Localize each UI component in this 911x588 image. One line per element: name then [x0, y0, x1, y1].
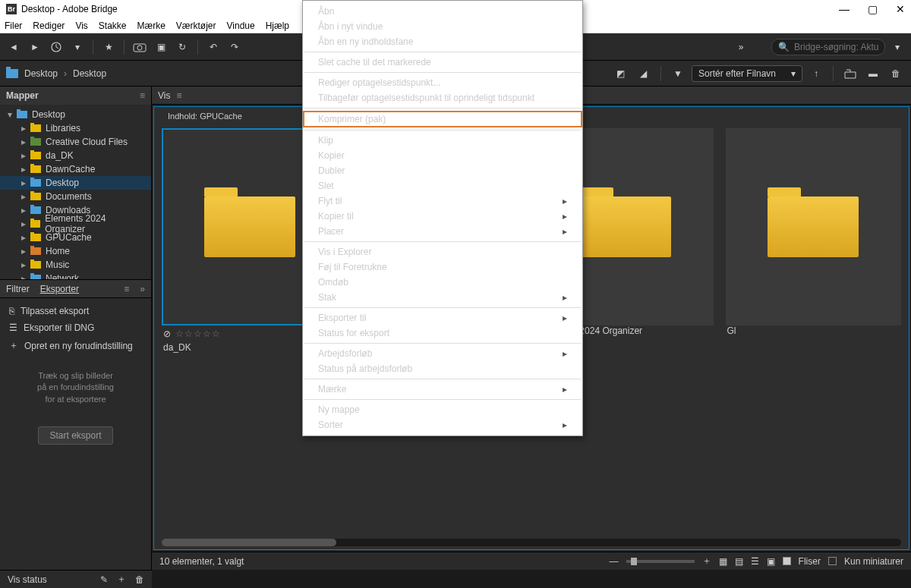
context-menu-item[interactable]: Dubler: [303, 163, 582, 178]
close-button[interactable]: ✕: [896, 3, 905, 15]
tree-item[interactable]: ▸DawnCache: [0, 162, 151, 176]
horizontal-scrollbar[interactable]: [162, 539, 901, 546]
batch-button[interactable]: ▣: [152, 38, 170, 56]
add-icon[interactable]: ＋: [117, 573, 126, 586]
context-menu-item[interactable]: Mærke▸: [303, 382, 582, 397]
context-menu-item[interactable]: Slet: [303, 178, 582, 193]
expand-arrow-icon[interactable]: ▾: [6, 109, 14, 120]
zoom-in-button[interactable]: ＋: [702, 555, 711, 568]
start-export-button[interactable]: Start eksport: [38, 426, 112, 445]
expand-arrow-icon[interactable]: ▸: [20, 219, 27, 229]
rotate-ccw-button[interactable]: ↶: [204, 38, 222, 56]
expand-arrow-icon[interactable]: ▸: [20, 273, 27, 279]
context-menu-item[interactable]: Åbn en ny indholdsfane: [303, 34, 582, 49]
favorites-button[interactable]: ★: [99, 38, 118, 56]
tree-item[interactable]: ▸Desktop: [0, 176, 151, 190]
tree-item[interactable]: ▸Home: [0, 244, 151, 258]
forward-button[interactable]: ►: [26, 38, 44, 56]
context-menu-item[interactable]: Status på arbejdsforløb: [303, 361, 582, 376]
expand-arrow-icon[interactable]: ▸: [20, 259, 27, 270]
menu-vis[interactable]: Vis: [75, 20, 87, 31]
panel-menu-icon[interactable]: ≡: [176, 90, 181, 101]
search-input[interactable]: [794, 42, 878, 52]
thumbnail-item[interactable]: Gl: [726, 128, 902, 519]
rating-stars[interactable]: ☆☆☆☆☆: [175, 329, 221, 339]
context-menu-item[interactable]: Vis i Explorer: [303, 244, 582, 259]
search-box[interactable]: 🔍: [771, 39, 885, 55]
context-menu-item[interactable]: Omdøb: [303, 275, 582, 290]
reveal-button[interactable]: ▾: [68, 38, 87, 56]
tree-item[interactable]: ▾Desktop: [0, 108, 151, 121]
menu-rediger[interactable]: Rediger: [33, 20, 65, 31]
minimize-button[interactable]: —: [839, 3, 850, 15]
expand-arrow-icon[interactable]: ▸: [20, 232, 27, 243]
expand-arrow-icon[interactable]: ▸: [20, 123, 27, 134]
context-menu-item[interactable]: Føj til Foretrukne: [303, 259, 582, 275]
tree-item[interactable]: ▸Libraries: [0, 121, 151, 135]
trash-icon[interactable]: 🗑: [887, 64, 905, 83]
context-menu-item[interactable]: Flyt til▸: [303, 193, 582, 209]
more-icon[interactable]: »: [140, 284, 145, 294]
context-menu-item[interactable]: Rediger optagelsestidspunkt...: [303, 75, 582, 90]
expand-arrow-icon[interactable]: ▸: [20, 191, 27, 202]
menu-værktøjer[interactable]: Værktøjer: [176, 20, 216, 31]
grid-view-icon[interactable]: ▦: [719, 556, 727, 567]
context-menu-item[interactable]: Status for eksport: [303, 325, 582, 341]
back-button[interactable]: ◄: [5, 38, 23, 56]
thumb-view-icon[interactable]: ▤: [735, 556, 743, 567]
view-mode-icon[interactable]: ◩: [612, 64, 630, 83]
panel-menu-icon[interactable]: ≡: [124, 284, 129, 294]
expand-arrow-icon[interactable]: ▸: [20, 246, 27, 256]
menu-stakke[interactable]: Stakke: [99, 20, 127, 31]
context-menu-item[interactable]: Slet cache til det markerede: [303, 55, 582, 70]
zoom-slider[interactable]: [626, 560, 695, 563]
context-menu-item[interactable]: Komprimer (pak): [303, 111, 582, 127]
menu-filer[interactable]: Filer: [5, 20, 22, 31]
context-menu-item[interactable]: Stak▸: [303, 290, 582, 305]
tree-item[interactable]: ▸Creative Cloud Files: [0, 135, 151, 149]
more-button[interactable]: »: [732, 38, 750, 56]
new-folder-icon[interactable]: ▬: [864, 64, 882, 83]
zoom-out-button[interactable]: —: [610, 556, 619, 567]
expand-arrow-icon[interactable]: ▸: [20, 205, 27, 215]
menu-hjælp[interactable]: Hjælp: [266, 20, 289, 31]
thumbs-only-checkbox[interactable]: [828, 557, 837, 565]
tree-item[interactable]: ▸Network: [0, 272, 151, 279]
tree-item[interactable]: ▸da_DK: [0, 149, 151, 162]
expand-arrow-icon[interactable]: ▸: [20, 137, 27, 147]
menu-vindue[interactable]: Vindue: [227, 20, 255, 31]
context-menu-item[interactable]: Ny mappe: [303, 402, 582, 417]
context-menu-item[interactable]: Kopier: [303, 148, 582, 163]
panel-menu-icon[interactable]: ≡: [140, 90, 145, 101]
tree-item[interactable]: ▸Elements 2024 Organizer: [0, 217, 151, 231]
export-dng-item[interactable]: ☰ Eksporter til DNG: [0, 319, 151, 336]
sort-dropdown[interactable]: Sortér efter Filnavn ▾: [692, 65, 802, 82]
tree-item[interactable]: ▸Documents: [0, 190, 151, 203]
expand-arrow-icon[interactable]: ▸: [20, 164, 27, 175]
delete-icon[interactable]: 🗑: [135, 574, 144, 585]
search-dropdown[interactable]: ▾: [888, 38, 906, 56]
edit-icon[interactable]: ✎: [100, 574, 108, 585]
refresh-button[interactable]: ↻: [173, 38, 191, 56]
rotate-cw-button[interactable]: ↷: [225, 38, 244, 56]
context-menu-item[interactable]: Klip: [303, 133, 582, 148]
context-menu-item[interactable]: Eksporter til▸: [303, 310, 582, 325]
view-mode-fill-icon[interactable]: ◢: [635, 64, 653, 83]
breadcrumb-item[interactable]: Desktop: [73, 68, 106, 79]
context-menu-item[interactable]: Sorter▸: [303, 417, 582, 432]
context-menu-item[interactable]: Åbn: [303, 4, 582, 19]
context-menu-item[interactable]: Tilbagefør optagelsestidspunkt til oprin…: [303, 90, 582, 105]
fliser-checkbox[interactable]: [783, 557, 791, 565]
expand-arrow-icon[interactable]: ▸: [20, 150, 27, 161]
expand-arrow-icon[interactable]: ▸: [20, 178, 27, 188]
sort-asc-button[interactable]: ↑: [807, 64, 825, 83]
filter-funnel-icon[interactable]: ▼: [669, 64, 687, 83]
tab-filter[interactable]: Filtrer: [6, 284, 30, 294]
list-view-icon[interactable]: ☰: [751, 556, 759, 567]
new-preset-item[interactable]: ＋ Opret en ny forudindstilling: [0, 336, 151, 355]
maximize-button[interactable]: ▢: [868, 3, 878, 15]
context-menu-item[interactable]: Kopier til▸: [303, 209, 582, 224]
custom-export-item[interactable]: ⎘ Tilpasset eksport: [0, 303, 151, 319]
context-menu-item[interactable]: Åbn i nyt vindue: [303, 19, 582, 34]
tab-export[interactable]: Eksporter: [40, 284, 79, 294]
